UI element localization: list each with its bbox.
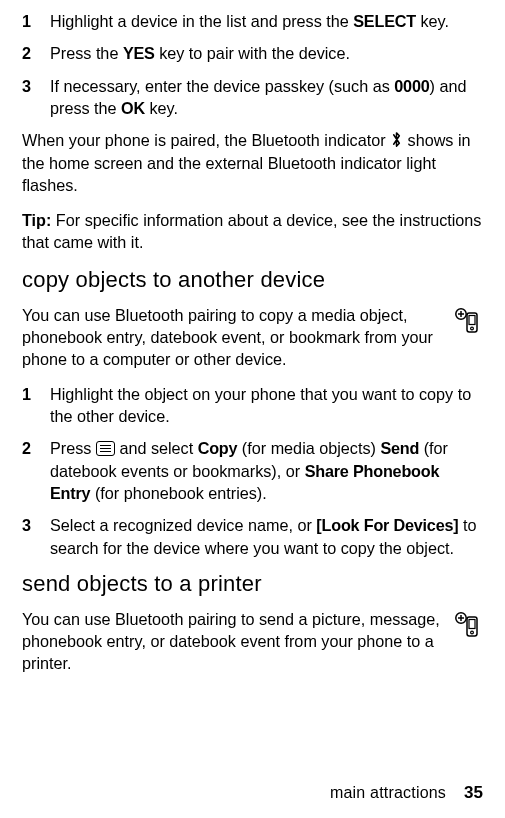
text: Press the <box>50 44 123 62</box>
paragraph: You can use Bluetooth pairing to copy a … <box>22 304 483 371</box>
heading-send-printer: send objects to a printer <box>22 569 483 599</box>
menu-key-icon <box>96 441 115 456</box>
page-number: 35 <box>464 783 483 802</box>
step-item: 3 If necessary, enter the device passkey… <box>22 75 483 120</box>
paragraph: You can use Bluetooth pairing to send a … <box>22 608 483 675</box>
text: When your phone is paired, the Bluetooth… <box>22 131 390 149</box>
device-transfer-icon <box>453 610 483 640</box>
key-label: [Look For Devices] <box>316 516 458 534</box>
text: key to pair with the device. <box>155 44 350 62</box>
step-item: 1 Highlight a device in the list and pre… <box>22 10 483 32</box>
paragraph: When your phone is paired, the Bluetooth… <box>22 129 483 196</box>
svg-rect-10 <box>469 619 475 628</box>
step-text: Highlight the object on your phone that … <box>50 383 483 428</box>
text: (for media objects) <box>237 439 380 457</box>
step-text: If necessary, enter the device passkey (… <box>50 75 483 120</box>
text: You can use Bluetooth pairing to send a … <box>22 610 440 673</box>
step-text: Select a recognized device name, or [Loo… <box>50 514 483 559</box>
text: For specific information about a device,… <box>22 211 481 251</box>
text: and select <box>115 439 198 457</box>
text: Press <box>50 439 96 457</box>
step-item: 2 Press and select Copy (for media objec… <box>22 437 483 504</box>
text: Select a recognized device name, or <box>50 516 316 534</box>
page-footer: main attractions35 <box>330 781 483 804</box>
step-item: 2 Press the YES key to pair with the dev… <box>22 42 483 64</box>
step-text: Press the YES key to pair with the devic… <box>50 42 483 64</box>
step-number: 3 <box>22 514 50 559</box>
key-label: OK <box>121 99 145 117</box>
step-number: 2 <box>22 42 50 64</box>
step-number: 1 <box>22 383 50 428</box>
svg-point-11 <box>471 631 474 634</box>
text: Highlight a device in the list and press… <box>50 12 353 30</box>
text: key. <box>145 99 178 117</box>
heading-copy-objects: copy objects to another device <box>22 265 483 295</box>
key-label: Send <box>380 439 419 457</box>
step-item: 1 Highlight the object on your phone tha… <box>22 383 483 428</box>
text: key. <box>416 12 449 30</box>
device-transfer-icon <box>453 306 483 336</box>
step-number: 3 <box>22 75 50 120</box>
key-label: YES <box>123 44 155 62</box>
key-label: Copy <box>198 439 238 457</box>
bluetooth-icon <box>390 131 403 148</box>
text: You can use Bluetooth pairing to copy a … <box>22 306 433 369</box>
tip-label: Tip: <box>22 211 51 229</box>
svg-rect-4 <box>469 315 475 324</box>
text: If necessary, enter the device passkey (… <box>50 77 394 95</box>
tip-paragraph: Tip: For specific information about a de… <box>22 209 483 254</box>
text: (for phonebook entries). <box>90 484 266 502</box>
key-label: SELECT <box>353 12 416 30</box>
step-item: 3 Select a recognized device name, or [L… <box>22 514 483 559</box>
key-label: 0000 <box>394 77 429 95</box>
step-number: 2 <box>22 437 50 504</box>
footer-section-name: main attractions <box>330 784 446 801</box>
svg-point-5 <box>471 327 474 330</box>
step-number: 1 <box>22 10 50 32</box>
step-text: Highlight a device in the list and press… <box>50 10 483 32</box>
step-text: Press and select Copy (for media objects… <box>50 437 483 504</box>
